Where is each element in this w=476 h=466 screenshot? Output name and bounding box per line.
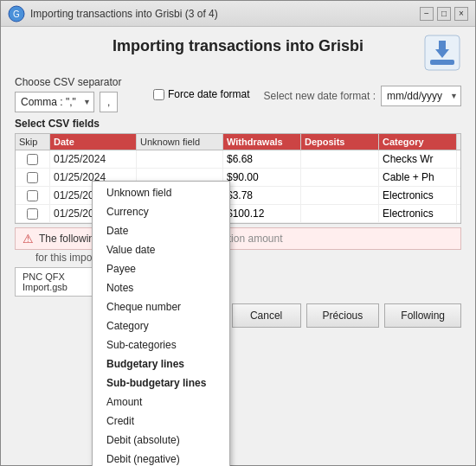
following-button[interactable]: Following <box>384 303 461 328</box>
titlebar-left: G Importing transactions into Grisbi (3 … <box>8 5 218 22</box>
row4-withdrawal: $100.12 <box>223 205 301 222</box>
previous-button[interactable]: Précious <box>306 303 380 328</box>
titlebar-controls: − □ × <box>420 7 468 21</box>
maximize-button[interactable]: □ <box>437 7 451 21</box>
dropdown-item-currency[interactable]: Currency <box>93 202 229 221</box>
dropdown-item-cheque-number[interactable]: Cheque number <box>93 297 229 316</box>
dropdown-item-category[interactable]: Category <box>93 316 229 335</box>
dialog-content: Importing transactions into Grisbi Choos… <box>1 27 475 465</box>
row1-deposit <box>301 150 379 168</box>
file-info-box: PNC QFX Import.gsb <box>15 267 101 297</box>
dropdown-item-date[interactable]: Date <box>93 221 229 240</box>
th-unknown1[interactable]: Unknown field <box>137 134 223 150</box>
dropdown-item-notes[interactable]: Notes <box>93 278 229 297</box>
th-withdrawals[interactable]: Withdrawals <box>223 134 301 150</box>
dropdown-item-unknown-field[interactable]: Unknown field <box>93 183 229 202</box>
date-format-select[interactable]: mm/dd/yyyy <box>381 86 461 106</box>
dropdown-item-debit-absolute[interactable]: Debit (absolute) <box>93 431 229 450</box>
csv-separator-section: Choose CSV separator Comma : "," ▼ , <box>15 76 121 112</box>
window-title: Importing transactions into Grisbi (3 of… <box>30 8 218 20</box>
following-field-warning: ⚠ The following fient: Date, Payee, Tran… <box>15 227 461 250</box>
dropdown-item-amount[interactable]: Amount <box>93 393 229 412</box>
th-deposits[interactable]: Deposits <box>301 134 379 150</box>
table-body: 01/25/2024 $6.68 Checks Wr 01/25/2024 $9… <box>16 150 460 223</box>
force-date-checkbox[interactable] <box>153 89 164 100</box>
main-title-row: Importing transactions into Grisbi <box>15 37 461 66</box>
th-category[interactable]: Category <box>379 134 457 150</box>
row1-withdrawal: $6.68 <box>223 150 301 168</box>
row2-deposit <box>301 169 379 186</box>
csv-separator-row: Comma : "," ▼ , <box>15 92 121 112</box>
table-row: 01/25/2024 $90.00 Cable + Ph <box>16 169 460 187</box>
row4-check[interactable] <box>16 205 50 222</box>
row2-withdrawal: $90.00 <box>223 169 301 186</box>
dropdown-item-debit-negative[interactable]: Debit (negative) <box>93 450 229 466</box>
row3-check[interactable] <box>16 187 50 204</box>
date-format-select-wrap: mm/dd/yyyy ▼ <box>381 86 461 106</box>
row1-category: Checks Wr <box>379 150 457 168</box>
row1-col2 <box>137 150 223 168</box>
import-icon <box>423 34 461 72</box>
force-date-checkbox-row: Force date format <box>153 88 250 100</box>
csv-fields-table: Skip Date Unknown field Withdrawals Depo… <box>15 133 461 224</box>
select-date-format-label: Select new date format : <box>264 90 376 102</box>
csv-separator-select-wrap: Comma : "," ▼ <box>15 92 94 112</box>
dropdown-item-sub-budgetary-lines[interactable]: Sub-budgetary lines <box>93 373 229 393</box>
options-row: Choose CSV separator Comma : "," ▼ , For… <box>15 76 461 112</box>
field-dropdown-menu[interactable]: Unknown field Currency Date Value date P… <box>92 181 230 466</box>
svg-text:G: G <box>13 10 20 19</box>
row4-deposit <box>301 205 379 222</box>
app-icon: G <box>8 5 25 22</box>
warning-icon: ⚠ <box>23 232 34 246</box>
close-button[interactable]: × <box>454 7 468 21</box>
row1-check[interactable] <box>16 150 50 168</box>
dropdown-item-budgetary-lines[interactable]: Budgetary lines <box>93 354 229 373</box>
csv-separator-select[interactable]: Comma : "," <box>15 92 94 112</box>
dropdown-item-value-date[interactable]: Value date <box>93 240 229 259</box>
import-icon-box <box>423 34 461 72</box>
dialog-title: Importing transactions into Grisbi <box>113 37 363 55</box>
dropdown-item-sub-categories[interactable]: Sub-categories <box>93 335 229 354</box>
row2-category: Cable + Ph <box>379 169 457 186</box>
csv-fields-label: Select CSV fields <box>15 118 461 130</box>
row4-category: Electronics <box>379 205 457 222</box>
row1-date: 01/25/2024 <box>50 150 137 168</box>
date-format-section: Force date format Select new date format… <box>153 82 461 106</box>
file-line2: Import.gsb <box>23 282 93 292</box>
cancel-button[interactable]: Cancel <box>232 303 301 328</box>
table-row: 01/25/2024 $3.78 Electronics <box>16 187 460 205</box>
table-row: 01/25/2024 $6.68 Checks Wr <box>16 150 460 169</box>
force-date-label: Force date format <box>168 88 250 100</box>
bottom-row: PNC QFX Import.gsb <box>15 267 461 297</box>
table-row: 01/25/2024 $100.12 Electronics <box>16 205 460 223</box>
svg-rect-4 <box>430 60 454 65</box>
main-window: G Importing transactions into Grisbi (3 … <box>0 0 476 466</box>
row3-category: Electronics <box>379 187 457 204</box>
table-header: Skip Date Unknown field Withdrawals Depo… <box>16 134 460 150</box>
file-line1: PNC QFX <box>23 271 93 282</box>
dropdown-item-payee[interactable]: Payee <box>93 259 229 278</box>
row2-check[interactable] <box>16 169 50 186</box>
buttons-row: Cancel Précious Following <box>15 303 461 328</box>
row3-withdrawal: $3.78 <box>223 187 301 204</box>
csv-separator-label: Choose CSV separator <box>15 76 121 88</box>
dropdown-item-credit[interactable]: Credit <box>93 412 229 431</box>
titlebar: G Importing transactions into Grisbi (3 … <box>1 1 475 27</box>
separator-value-display: , <box>100 92 118 112</box>
th-date[interactable]: Date <box>50 134 137 150</box>
row3-deposit <box>301 187 379 204</box>
th-skip: Skip <box>16 134 50 150</box>
minimize-button[interactable]: − <box>420 7 434 21</box>
